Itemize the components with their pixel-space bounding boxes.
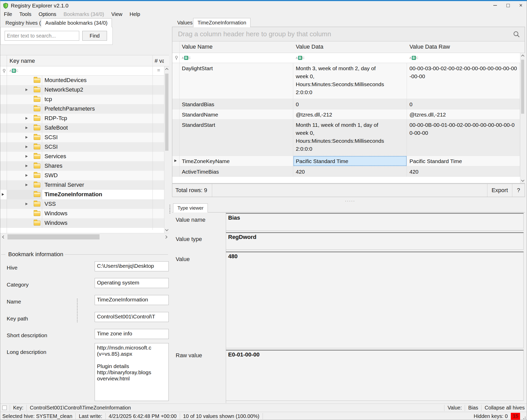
scroll-down-button[interactable] — [520, 177, 525, 183]
menu-options[interactable]: Options — [35, 11, 60, 17]
chevron-right-icon[interactable] — [25, 155, 28, 158]
title-bar[interactable]: Registry Explorer v2.1.0 × — [0, 1, 527, 10]
menu-bookmarks[interactable]: Bookmarks (34/0) — [60, 11, 108, 17]
raw-value-field[interactable]: E0-01-00-00 — [226, 350, 524, 401]
scrollbar-thumb[interactable] — [7, 234, 100, 239]
tree-filter-row[interactable]: ABC = — [0, 66, 169, 76]
tree-item-networksetup2[interactable]: NetworkSetup2 — [0, 85, 164, 95]
field-splitter-grip[interactable] — [77, 299, 78, 322]
export-button[interactable]: Export — [487, 187, 512, 194]
tree-item-prefetchparameters[interactable]: PrefetchParameters — [0, 104, 164, 114]
tree-item-tcp[interactable]: tcp — [0, 95, 164, 104]
tree-item-services[interactable]: Services — [0, 152, 164, 161]
tree-horizontal-scrollbar[interactable] — [0, 233, 169, 240]
chevron-right-icon[interactable] — [25, 203, 28, 205]
scroll-right-button[interactable] — [163, 233, 168, 240]
chevron-up-icon — [165, 68, 168, 71]
tree-item-mounteddevices[interactable]: MountedDevices — [0, 76, 164, 85]
group-by-panel[interactable]: Drag a column header here to group by th… — [172, 27, 525, 41]
chevron-right-icon[interactable] — [25, 184, 28, 186]
minimize-icon — [493, 5, 497, 6]
value-name-field[interactable]: Bias — [226, 213, 524, 231]
chevron-right-icon[interactable] — [25, 117, 28, 120]
menu-view[interactable]: View — [108, 11, 126, 17]
grid-vertical-scrollbar[interactable] — [520, 53, 525, 183]
long-description-field[interactable]: http://msdn.microsoft.c (v=vs.85).aspx P… — [95, 343, 169, 401]
value-field[interactable]: 480 — [226, 252, 524, 348]
search-panel: Find — [0, 27, 113, 45]
scrollbar-thumb[interactable] — [165, 74, 168, 151]
value-row-standardstart[interactable]: StandardStart Month 11, week of month 1,… — [172, 120, 520, 156]
chevron-right-icon[interactable] — [25, 165, 28, 167]
help-button[interactable]: ? — [512, 187, 525, 194]
tree-item-safeboot[interactable]: SafeBoot — [0, 123, 164, 133]
column-value-data[interactable]: Value Data — [296, 43, 323, 50]
chevron-right-icon[interactable] — [25, 174, 28, 177]
value-row-timezonekeyname[interactable]: TimeZoneKeyName Pacific Standard Time Pa… — [172, 156, 520, 166]
horizontal-splitter-grip[interactable]: ····· — [342, 198, 358, 204]
resize-grip[interactable] — [523, 416, 526, 419]
value-type-field[interactable]: RegDword — [226, 232, 524, 250]
tree-item-vss[interactable]: VSS — [0, 199, 164, 209]
chevron-right-icon[interactable] — [25, 136, 28, 139]
find-button[interactable]: Find — [82, 31, 107, 41]
tree-item-rdp-tcp[interactable]: RDP-Tcp — [0, 114, 164, 123]
filter-pin-icon[interactable] — [2, 69, 6, 74]
menu-file[interactable]: File — [0, 11, 16, 17]
scroll-left-button[interactable] — [1, 233, 6, 240]
hive-field[interactable]: C:\Users\benjq\Desktop — [95, 261, 169, 271]
filter-abc-icon[interactable]: ABC — [296, 56, 305, 60]
menu-tools[interactable]: Tools — [16, 11, 35, 17]
status-checkbox[interactable] — [2, 406, 7, 410]
value-row-standardbias[interactable]: StandardBias 0 0 — [172, 99, 520, 109]
column-value-data-raw[interactable]: Value Data Raw — [409, 43, 450, 50]
chevron-right-icon[interactable] — [25, 127, 28, 129]
tree-column-values[interactable]: # va — [155, 58, 164, 64]
folder-icon — [34, 183, 40, 187]
column-value-name[interactable]: Value Name — [182, 43, 212, 50]
filter-abc-icon[interactable]: ABC — [10, 69, 19, 73]
search-icon[interactable] — [513, 31, 520, 40]
chevron-up-icon — [521, 55, 524, 58]
maximize-button[interactable] — [502, 1, 514, 10]
tree-vertical-scrollbar[interactable] — [164, 66, 169, 233]
name-field[interactable]: TimeZoneInformation — [95, 295, 169, 305]
filter-abc-icon[interactable]: ABC — [182, 56, 191, 60]
tree-item-shares[interactable]: Shares — [0, 161, 164, 171]
search-input[interactable] — [5, 31, 79, 41]
close-button[interactable]: × — [514, 1, 527, 10]
tree-item-scsi-1[interactable]: SCSI — [0, 133, 164, 142]
grid-filter-row[interactable]: ABC ABC ABC — [172, 53, 525, 63]
value-row-daylightstart[interactable]: DaylightStart Month 3, week of month 2, … — [172, 63, 520, 99]
chevron-right-icon[interactable] — [25, 88, 28, 91]
scroll-up-button[interactable] — [520, 53, 525, 59]
scrollbar-thumb[interactable] — [521, 60, 524, 114]
tab-available-bookmarks[interactable]: Available bookmarks (34/0) — [41, 18, 112, 27]
collapse-all-hives-button[interactable]: Collapse all hives — [485, 405, 525, 411]
tree-item-windows-2[interactable]: Windows — [0, 218, 164, 228]
tab-timezoneinformation[interactable]: TimeZoneInformation — [193, 18, 251, 27]
tree-column-key-name[interactable]: Key name — [10, 58, 35, 64]
scroll-down-button[interactable] — [164, 227, 169, 232]
value-row-activetimebias[interactable]: ActiveTimeBias 420 420 — [172, 166, 520, 177]
menu-help[interactable]: Help — [126, 11, 144, 17]
filter-pin-icon[interactable] — [174, 56, 178, 61]
minimize-button[interactable] — [489, 1, 502, 10]
chevron-right-icon[interactable] — [25, 146, 28, 148]
value-row-standardname[interactable]: StandardName @tzres.dll,-212 @tzres.dll,… — [172, 109, 520, 120]
filter-equals-icon[interactable]: = — [157, 67, 160, 73]
tree-item-timezoneinformation[interactable]: TimeZoneInformation — [0, 190, 164, 199]
short-description-field[interactable]: Time zone info — [95, 329, 169, 339]
key-path-field[interactable]: ControlSet001\Control\T — [95, 312, 169, 322]
tree-item-terminal-server[interactable]: Terminal Server — [0, 180, 164, 190]
scroll-up-button[interactable] — [164, 67, 169, 72]
tab-type-viewer[interactable]: Type viewer — [173, 203, 208, 212]
folder-icon — [34, 135, 40, 140]
tree-item-swd[interactable]: SWD — [0, 171, 164, 180]
category-field[interactable]: Operating system — [95, 278, 169, 288]
tree-item-windows-1[interactable]: Windows — [0, 209, 164, 218]
tree-item-scsi-2[interactable]: SCSI — [0, 142, 164, 152]
filter-abc-icon[interactable]: ABC — [409, 56, 418, 60]
vertical-splitter-grip[interactable] — [169, 205, 170, 213]
selected-cell[interactable]: Pacific Standard Time — [293, 156, 407, 166]
